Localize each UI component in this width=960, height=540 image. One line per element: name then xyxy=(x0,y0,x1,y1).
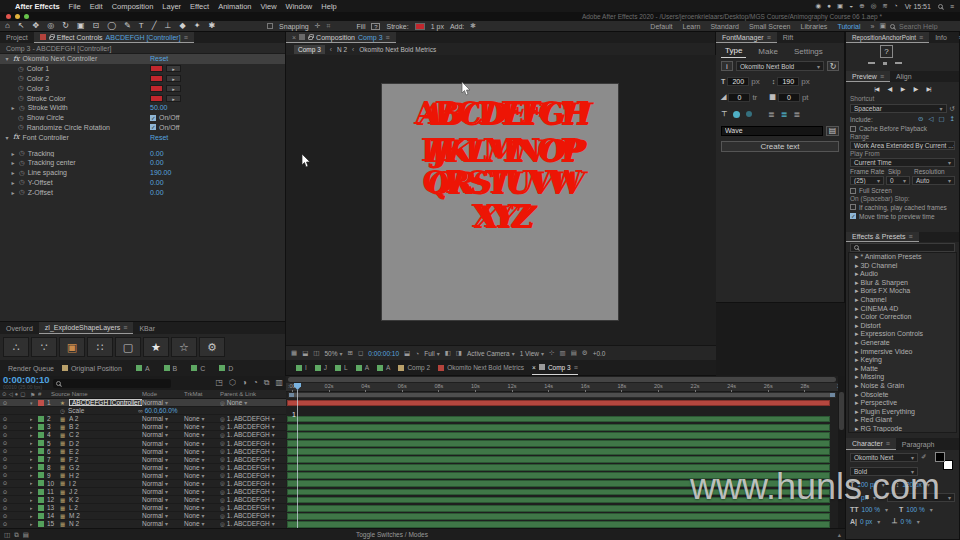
puppet-tool-icon[interactable]: ✱ xyxy=(208,21,215,31)
source-name-column-header[interactable]: Source Name xyxy=(51,391,142,397)
baseline-field[interactable]: 0 xyxy=(778,93,800,102)
eye-icon[interactable]: ⊙ xyxy=(0,416,10,422)
view-layout-select[interactable]: 1 View▾ xyxy=(520,350,544,357)
stopwatch-icon[interactable]: ◷ xyxy=(18,123,24,131)
pixel-aspect-icon[interactable]: ⊹ xyxy=(549,349,554,357)
layer-duration-bar[interactable] xyxy=(287,521,830,528)
panel-menu-icon[interactable]: ≡ xyxy=(574,364,578,371)
tab-b[interactable]: B xyxy=(164,365,178,372)
reset-icon[interactable]: ↺ xyxy=(950,105,955,113)
property-value[interactable]: 190.00 xyxy=(150,169,171,176)
layer-row-15[interactable]: ⊙▸15▦N 2Normal▾None▾◎1. ABCDEFGH▾ xyxy=(0,520,286,528)
tab-effects-presets[interactable]: Effects & Presets≡ xyxy=(846,232,919,242)
workspace-default[interactable]: Default xyxy=(650,23,672,30)
layer-duration-bar[interactable] xyxy=(287,456,830,463)
twirl-icon[interactable]: ▾ xyxy=(4,134,10,141)
align-center-icon[interactable]: ≣ xyxy=(781,110,788,119)
next-frame-button[interactable]: |▶ xyxy=(913,85,917,92)
trkmat-select[interactable]: None▾ xyxy=(184,431,220,438)
twirl-icon[interactable]: ▸ xyxy=(30,505,38,511)
current-time[interactable]: 0:00:00:10 xyxy=(368,350,399,357)
scale-value[interactable]: ∞60.0,60.0% xyxy=(138,407,286,414)
eyedropper-icon[interactable]: ✐ xyxy=(921,453,926,461)
layer-duration-bar[interactable] xyxy=(287,400,830,407)
folder-button[interactable]: ▤ xyxy=(826,126,839,136)
effects-category-missing[interactable]: ▸ Missing xyxy=(849,373,956,382)
subtab-settings[interactable]: Settings xyxy=(790,45,827,58)
tab-paragraph[interactable]: Paragraph xyxy=(896,438,941,450)
eye-icon[interactable]: ⊙ xyxy=(0,497,10,503)
zoom-tool-icon[interactable]: ◎ xyxy=(47,21,54,31)
effect-row-okomito-next-controller[interactable]: ▾fxOkomito Next ControllerReset xyxy=(0,54,285,64)
comp-tab-i[interactable]: I xyxy=(296,360,307,375)
stopwatch-icon[interactable]: ◷ xyxy=(19,159,25,167)
eyedropper-icon[interactable]: ▸ xyxy=(166,75,181,82)
play-button[interactable]: ▶ xyxy=(901,85,905,92)
move-time-checkbox[interactable]: ✓ xyxy=(850,213,856,219)
tab-preview[interactable]: Preview≡ xyxy=(846,71,890,82)
explode-icon[interactable]: ∴ xyxy=(3,337,29,357)
layer-name[interactable]: D 2 xyxy=(69,440,142,447)
trkmat-select[interactable]: None▾ xyxy=(184,448,220,455)
pickwhip-icon[interactable]: ◎ xyxy=(220,448,225,454)
comp-tab-j[interactable]: J xyxy=(315,360,327,375)
layer-name[interactable]: C 2 xyxy=(69,431,142,438)
layer-row-2[interactable]: ⊙▸2▦A 2Normal▾None▾◎1. ABCDEFGH▾ xyxy=(0,415,286,423)
eye-icon[interactable]: ⊙ xyxy=(0,489,10,495)
stopwatch-icon[interactable]: ◷ xyxy=(18,84,24,92)
layer-name[interactable]: E 2 xyxy=(69,448,142,455)
tab-character[interactable]: Character≡ xyxy=(846,438,896,450)
pickwhip-icon[interactable]: ◎ xyxy=(220,416,225,422)
layer-color-chip[interactable] xyxy=(38,497,47,503)
snap-edges-icon[interactable]: ✛ xyxy=(315,22,321,30)
mode-select[interactable]: Normal▾ xyxy=(142,431,184,438)
layer-row-11[interactable]: ⊙▸11▦J 2Normal▾None▾◎1. ABCDEFGH▾ xyxy=(0,488,286,496)
effects-category-audio[interactable]: ▸ Audio xyxy=(849,270,956,279)
roi-icon[interactable]: ◧ xyxy=(445,349,451,357)
layer-row-4[interactable]: ⊙▸4▦C 2Normal▾None▾◎1. ABCDEFGH▾ xyxy=(0,431,286,439)
twirl-icon[interactable]: ▸ xyxy=(30,489,38,495)
layer-row-8[interactable]: ⊙▸8▦G 2Normal▾None▾◎1. ABCDEFGH▾ xyxy=(0,464,286,472)
eye-icon[interactable]: ⊙ xyxy=(0,513,10,519)
effects-category-expression-controls[interactable]: ▸ Expression Controls xyxy=(849,330,956,339)
lock-icon[interactable] xyxy=(308,36,313,40)
pickwhip-icon[interactable]: ◎ xyxy=(220,505,225,511)
type-tool-icon[interactable]: T xyxy=(139,21,144,31)
effects-category-obsolete[interactable]: ▸ Obsolete xyxy=(849,391,956,400)
guides-icon[interactable]: ◫ xyxy=(313,349,319,357)
stopwatch-icon[interactable]: ◷ xyxy=(19,178,25,186)
panel-menu-icon[interactable]: ≡ xyxy=(184,34,188,41)
toggle-switches-button[interactable]: Toggle Switches / Modes xyxy=(356,531,428,538)
tab-info[interactable]: Info xyxy=(929,32,953,43)
trkmat-select[interactable]: None▾ xyxy=(184,520,220,527)
menu-file[interactable]: File xyxy=(69,2,81,11)
comp-mini-flowchart-icon[interactable]: ◳ xyxy=(215,378,223,388)
workspace-libraries[interactable]: Libraries xyxy=(801,23,828,30)
property-value[interactable]: 0.00 xyxy=(150,159,164,166)
comp-tab-l[interactable]: L xyxy=(335,360,348,375)
layer-color-chip[interactable] xyxy=(38,505,47,511)
trkmat-select[interactable]: None▾ xyxy=(184,504,220,511)
eyedropper-icon[interactable]: ▸ xyxy=(166,65,181,72)
breadcrumb-n2[interactable]: N 2 xyxy=(337,46,347,53)
trkmat-select[interactable]: None▾ xyxy=(184,456,220,463)
draft-3d-icon[interactable]: ⬡ xyxy=(229,378,236,388)
twirl-icon[interactable]: ▾ xyxy=(4,55,10,62)
layer-row-14[interactable]: ⊙▸14▦M 2Normal▾None▾◎1. ABCDEFGH▾ xyxy=(0,512,286,520)
effects-category--animation-presets[interactable]: ▸ * Animation Presets xyxy=(849,253,956,262)
property-value[interactable]: 50.00 xyxy=(150,104,168,111)
effects-category-cinema-4d[interactable]: ▸ CINEMA 4D xyxy=(849,305,956,314)
text-input[interactable] xyxy=(721,126,823,136)
star-filled-icon[interactable]: ★ xyxy=(143,337,169,357)
resolution-preview-select[interactable]: Auto▾ xyxy=(912,176,955,185)
anchor-right-button[interactable] xyxy=(895,62,902,64)
audio-include-icon[interactable]: ◁ xyxy=(928,115,933,123)
resolution-select[interactable]: Full▾ xyxy=(424,350,440,357)
mode-select[interactable]: Normal▾ xyxy=(142,464,184,471)
effect-row-color-2[interactable]: ◷Color 2▸ xyxy=(0,74,285,84)
effects-category-color-correction[interactable]: ▸ Color Correction xyxy=(849,313,956,322)
scroll-up-icon[interactable]: ▴ xyxy=(838,531,841,539)
composition-viewer[interactable]: ABCDEFGHABCDEFGHIJKLMNOPIJKLMNOPQRSTUVWQ… xyxy=(286,55,716,345)
magnification-select[interactable]: 50%▾ xyxy=(324,350,342,357)
layer-name[interactable]: H 2 xyxy=(69,472,142,479)
